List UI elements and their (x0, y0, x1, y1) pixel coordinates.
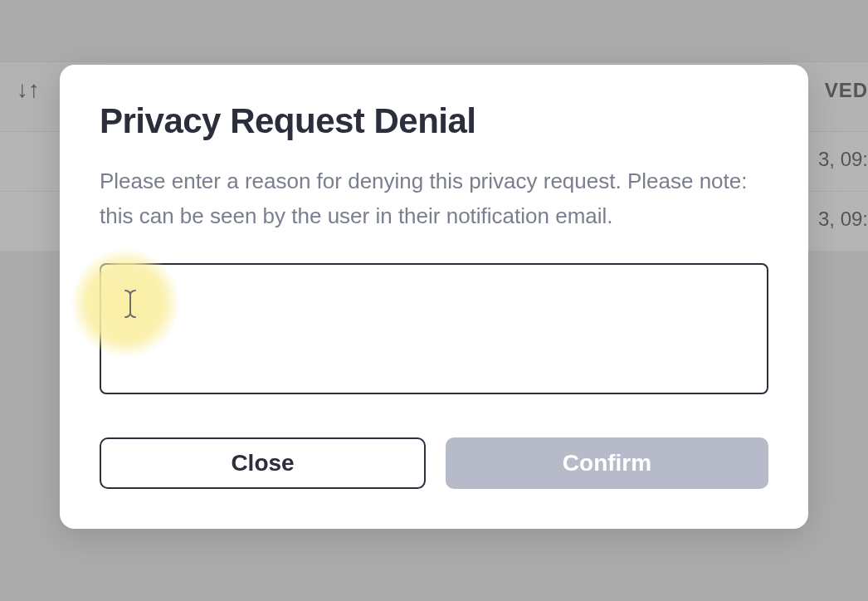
modal-button-row: Close Confirm (100, 437, 768, 489)
confirm-button[interactable]: Confirm (446, 437, 768, 489)
privacy-denial-modal: Privacy Request Denial Please enter a re… (60, 65, 808, 529)
denial-reason-input[interactable] (100, 263, 768, 394)
close-button[interactable]: Close (100, 437, 426, 489)
modal-description: Please enter a reason for denying this p… (100, 164, 768, 233)
modal-title: Privacy Request Denial (100, 101, 768, 141)
